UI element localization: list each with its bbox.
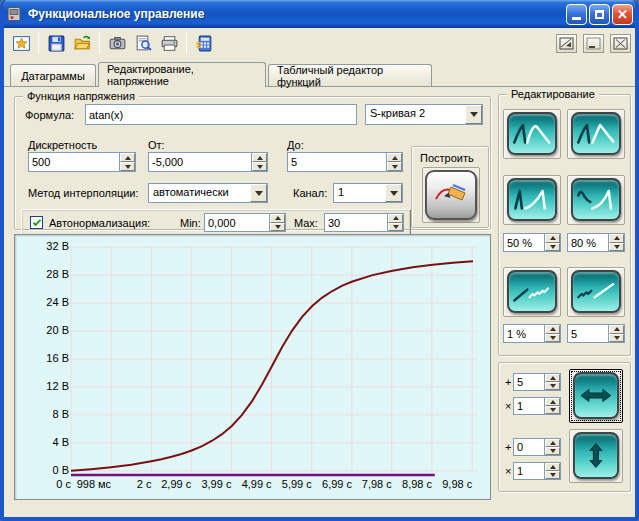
spin-up-button[interactable] [545,463,560,471]
v-scale-spinner[interactable] [513,462,561,480]
edit-line-zigzag-button[interactable] [503,267,561,317]
waveform-chart-canvas[interactable]: 0 с998 мс2 с2,99 с3,99 с4,99 с5,99 с6,99… [14,234,491,500]
edit-ramp-sawtooth-button[interactable] [567,109,625,159]
amount-1pct-spinner[interactable] [503,324,561,343]
spin-up-button[interactable] [545,234,560,243]
open-button[interactable] [69,30,95,56]
spin-down-button[interactable] [545,406,560,414]
combo-dropdown-button[interactable] [250,184,267,202]
print-preview-button[interactable] [130,30,156,56]
interpolation-combobox[interactable]: автоматически [148,183,268,203]
tab-strip: Датаграммы Редактирование, напряжение Та… [10,61,434,86]
spin-up-button[interactable] [609,234,624,243]
spin-down-button[interactable] [120,162,135,171]
spin-down-button[interactable] [545,471,560,479]
spin-up-button[interactable] [545,374,560,382]
arrow-down-icon [550,384,556,388]
stretch-vertical-button[interactable] [569,429,623,483]
from-spinner[interactable] [148,152,268,172]
amount-80-spinner[interactable] [567,233,625,252]
formula-input[interactable] [86,105,356,124]
build-button[interactable] [422,167,480,223]
amount-50-input[interactable] [504,234,544,251]
channel-combobox[interactable]: 1 [333,183,403,203]
snapshot-button[interactable] [104,30,130,56]
to-input[interactable] [288,153,386,171]
spin-up-button[interactable] [609,325,624,334]
toolbar-right-group [556,34,631,53]
spin-down-button[interactable] [545,382,560,390]
spin-down-button[interactable] [609,243,624,252]
h-offset-spinner[interactable] [513,373,561,391]
x-axis-tick-label: 0 с [56,478,71,490]
spin-up-button[interactable] [545,439,560,447]
spin-down-button[interactable] [270,223,285,232]
v-scale-input[interactable] [514,463,544,479]
stretch-horizontal-button[interactable] [569,369,623,423]
amount-50-spinner[interactable] [503,233,561,252]
spin-down-button[interactable] [388,223,403,232]
curve-type-combobox[interactable]: S-кривая 2 [365,104,483,125]
minimize-button[interactable] [566,4,587,25]
tab-editing-voltage[interactable]: Редактирование, напряжение [98,62,266,87]
arrow-down-icon [393,225,399,229]
spin-down-button[interactable] [252,162,267,171]
autonormalization-checkbox[interactable] [30,216,43,229]
spin-down-button[interactable] [545,447,560,455]
amount-1pct-input[interactable] [504,325,544,342]
tab-table-editor[interactable]: Табличный редактор функций [268,64,432,86]
arrow-up-icon [550,441,556,445]
tab-datagrams[interactable]: Датаграммы [10,64,96,86]
spin-up-button[interactable] [252,153,267,162]
spin-up-button[interactable] [388,214,403,223]
title-bar[interactable]: Функциональное управление ✕ [0,0,639,28]
spin-up-button[interactable] [545,398,560,406]
formula-field[interactable] [85,104,357,125]
combo-dropdown-button[interactable] [465,105,482,124]
y-axis-tick-label: 8 В [52,408,69,420]
max-spinner[interactable] [324,213,404,232]
y-axis-tick-label: 12 В [46,380,69,392]
spin-down-button[interactable] [545,243,560,252]
discreteness-spinner[interactable] [28,152,136,172]
save-button[interactable] [43,30,69,56]
spin-up-button[interactable] [545,325,560,334]
min-spinner[interactable] [204,213,286,232]
to-spinner[interactable] [287,152,403,172]
spin-up-button[interactable] [270,214,285,223]
plot-window-button[interactable] [556,34,577,53]
discreteness-input[interactable] [29,153,119,171]
spin-down-button[interactable] [387,162,402,171]
edit-ramp-hump-button[interactable] [503,109,561,159]
v-offset-input[interactable] [514,439,544,455]
arrow-down-icon [550,449,556,453]
amount-80-input[interactable] [568,234,608,251]
maximize-button[interactable] [589,4,610,25]
h-scale-input[interactable] [514,398,544,414]
from-input[interactable] [149,153,251,171]
combo-dropdown-button[interactable] [385,184,402,202]
edit-zigzag-line-button[interactable] [567,267,625,317]
edit-decay-ramp-button[interactable] [567,175,625,225]
h-offset-input[interactable] [514,374,544,390]
formula-label: Формула: [25,109,74,121]
spin-down-button[interactable] [609,334,624,343]
min-input[interactable] [205,214,269,231]
calculator-icon: $ [195,34,214,53]
minimize-child-button[interactable] [583,34,604,53]
edit-spike-ramp-button[interactable] [503,175,561,225]
spin-up-button[interactable] [387,153,402,162]
max-input[interactable] [325,214,387,231]
spin-up-button[interactable] [120,153,135,162]
v-offset-spinner[interactable] [513,438,561,456]
amount-5-spinner[interactable] [567,324,625,343]
close-button[interactable]: ✕ [612,4,633,25]
print-button[interactable] [156,30,182,56]
settings-button[interactable]: $ [191,30,217,56]
wave-decay-ramp-icon [571,178,621,221]
amount-5-input[interactable] [568,325,608,342]
spin-down-button[interactable] [545,334,560,343]
h-scale-spinner[interactable] [513,397,561,415]
close-child-button[interactable] [610,34,631,53]
new-preset-button[interactable] [8,30,34,56]
